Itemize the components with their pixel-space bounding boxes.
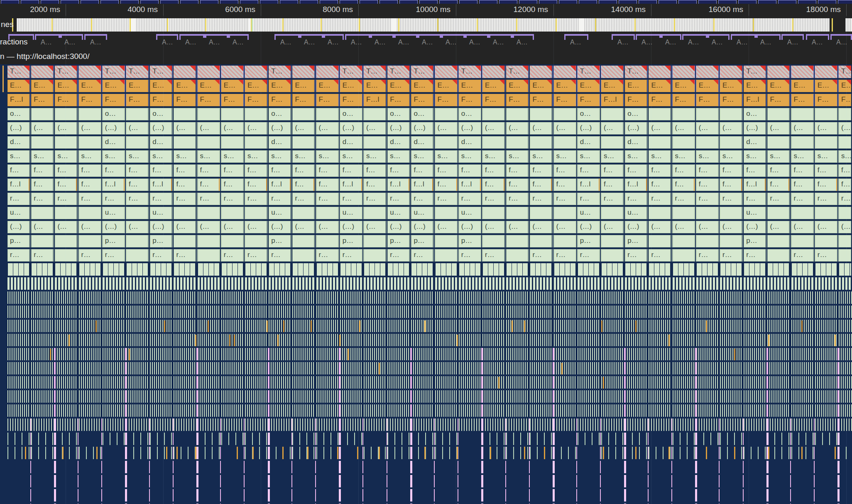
flame-bar-function[interactable]: r… bbox=[103, 249, 125, 262]
flame-bar-function[interactable]: f… bbox=[696, 179, 718, 191]
interaction-span[interactable] bbox=[179, 34, 249, 36]
flame-bar-task[interactable] bbox=[649, 66, 671, 78]
flame-bar-function[interactable]: f… bbox=[198, 164, 220, 177]
interaction-span[interactable] bbox=[156, 34, 178, 36]
flame-bar-function[interactable]: (… bbox=[364, 221, 386, 233]
flame-bar-function[interactable]: (… bbox=[198, 122, 220, 135]
flame-bar-task[interactable]: T… bbox=[126, 66, 148, 78]
flame-bar-script[interactable]: F… bbox=[506, 94, 528, 106]
flame-bar-function[interactable] bbox=[673, 207, 695, 219]
flame-bar-function[interactable]: f… bbox=[791, 179, 813, 191]
flame-bar-function[interactable]: r… bbox=[174, 249, 196, 262]
flame-bar-function[interactable]: s… bbox=[126, 150, 148, 163]
flame-bar-task[interactable]: T… bbox=[103, 66, 125, 78]
flame-bar-function[interactable]: (…) bbox=[411, 221, 433, 233]
flame-bar-script[interactable]: E… bbox=[696, 80, 718, 92]
flame-bar-function[interactable]: r… bbox=[767, 193, 789, 205]
partial-frame-marker[interactable] bbox=[753, 18, 754, 32]
flame-bar-function[interactable]: f… bbox=[292, 179, 314, 191]
partial-frame-marker[interactable] bbox=[321, 18, 322, 32]
flame-bar-function[interactable]: r… bbox=[815, 193, 837, 205]
flame-bar-function[interactable] bbox=[482, 108, 504, 120]
flame-bar-function[interactable] bbox=[506, 108, 528, 120]
flame-bar-function[interactable]: s… bbox=[720, 150, 742, 163]
flame-bar-function[interactable]: f…l bbox=[411, 179, 433, 191]
flame-bar-function[interactable]: p… bbox=[459, 235, 481, 247]
flame-bar-function[interactable]: (… bbox=[720, 122, 742, 135]
flame-bar-function[interactable] bbox=[316, 108, 338, 120]
flame-bar-script[interactable]: E… bbox=[31, 80, 53, 92]
flame-bar-function[interactable] bbox=[696, 108, 718, 120]
flame-bar-function[interactable]: r… bbox=[482, 193, 504, 205]
flame-bar-function[interactable] bbox=[601, 108, 623, 120]
flame-bar-function[interactable]: d… bbox=[387, 136, 409, 149]
minimap-thumbnail[interactable] bbox=[160, 0, 179, 4]
flame-bar-function[interactable]: d… bbox=[269, 136, 291, 149]
flame-bar-function[interactable]: p… bbox=[625, 235, 647, 247]
partial-frame-marker[interactable] bbox=[398, 18, 399, 32]
flame-bar-function[interactable]: (…) bbox=[150, 122, 172, 135]
minimap-thumbnail[interactable] bbox=[798, 0, 816, 4]
minimap-thumbnail[interactable] bbox=[419, 0, 438, 4]
flame-bar-function[interactable]: f… bbox=[79, 179, 101, 191]
flame-bar-function[interactable] bbox=[79, 207, 101, 219]
flame-bar-function[interactable] bbox=[815, 108, 837, 120]
flame-bar-function[interactable]: d… bbox=[150, 136, 172, 149]
flame-bar-task[interactable] bbox=[696, 66, 718, 78]
flame-bar-function[interactable] bbox=[126, 249, 148, 262]
flame-bar-function[interactable]: (…) bbox=[269, 122, 291, 135]
flame-bar-function[interactable]: (…) bbox=[387, 122, 409, 135]
flame-bar-function[interactable]: f… bbox=[126, 179, 148, 191]
flame-bar-function[interactable]: r… bbox=[506, 193, 528, 205]
flame-bar-function[interactable] bbox=[767, 207, 789, 219]
minimap-thumbnail[interactable] bbox=[519, 0, 537, 4]
flame-bar-function[interactable]: f… bbox=[815, 179, 837, 191]
flame-bar-function[interactable]: r… bbox=[7, 249, 29, 262]
flame-bar-function[interactable] bbox=[435, 136, 457, 149]
minimap-thumbnail[interactable] bbox=[100, 0, 119, 4]
flame-bar-script[interactable]: F… bbox=[198, 94, 220, 106]
flame-bar-function[interactable]: s… bbox=[673, 150, 695, 163]
flame-bar-function[interactable]: f… bbox=[269, 164, 291, 177]
flame-bar-function[interactable]: (…) bbox=[150, 221, 172, 233]
flame-bar-function[interactable]: (… bbox=[767, 221, 789, 233]
partial-frame-marker[interactable] bbox=[167, 18, 168, 32]
flame-bar-function[interactable]: r… bbox=[387, 193, 409, 205]
flame-bar-script[interactable]: F… bbox=[31, 94, 53, 106]
flame-bar-function[interactable] bbox=[839, 249, 851, 262]
flame-bar-function[interactable]: f… bbox=[554, 164, 576, 177]
flame-bar-function[interactable]: f… bbox=[150, 164, 172, 177]
flame-bar-script[interactable]: E… bbox=[578, 80, 600, 92]
flame-bar-function[interactable]: f… bbox=[673, 179, 695, 191]
flame-bar-function[interactable] bbox=[791, 207, 813, 219]
flame-bar-task[interactable] bbox=[79, 66, 101, 78]
interaction-span[interactable] bbox=[612, 34, 635, 36]
flame-bar-function[interactable]: (…) bbox=[625, 221, 647, 233]
flame-bar-task[interactable] bbox=[316, 66, 338, 78]
flame-bar-function[interactable]: (…) bbox=[103, 122, 125, 135]
flame-bar-script[interactable]: E… bbox=[554, 80, 576, 92]
flame-bar-function[interactable] bbox=[292, 207, 314, 219]
flame-bar-function[interactable]: r… bbox=[364, 193, 386, 205]
flame-bar-function[interactable]: u… bbox=[7, 207, 29, 219]
flame-bar-function[interactable] bbox=[31, 136, 53, 149]
flame-bar-function[interactable]: u… bbox=[387, 207, 409, 219]
flame-bar-function[interactable] bbox=[435, 249, 457, 262]
flame-bar-function[interactable]: s… bbox=[269, 150, 291, 163]
flame-bar-function[interactable]: (… bbox=[126, 122, 148, 135]
flame-bar-function[interactable] bbox=[720, 108, 742, 120]
flame-bar-function[interactable] bbox=[79, 108, 101, 120]
interaction-span[interactable] bbox=[84, 34, 107, 36]
flame-bar-function[interactable]: (… bbox=[79, 221, 101, 233]
flame-bar-function[interactable] bbox=[530, 108, 552, 120]
flame-bar-function[interactable]: s… bbox=[839, 150, 851, 163]
minimap-thumbnail[interactable] bbox=[379, 0, 398, 4]
interaction-span[interactable] bbox=[8, 34, 34, 36]
flame-bar-function[interactable]: p… bbox=[744, 235, 766, 247]
flame-bar-function[interactable]: o… bbox=[744, 108, 766, 120]
flame-bar-function[interactable] bbox=[174, 108, 196, 120]
flame-bar-script[interactable]: F… bbox=[174, 94, 196, 106]
partial-frame-marker[interactable] bbox=[205, 18, 206, 32]
flame-bar-function[interactable] bbox=[815, 136, 837, 149]
flame-bar-function[interactable]: s… bbox=[198, 150, 220, 163]
